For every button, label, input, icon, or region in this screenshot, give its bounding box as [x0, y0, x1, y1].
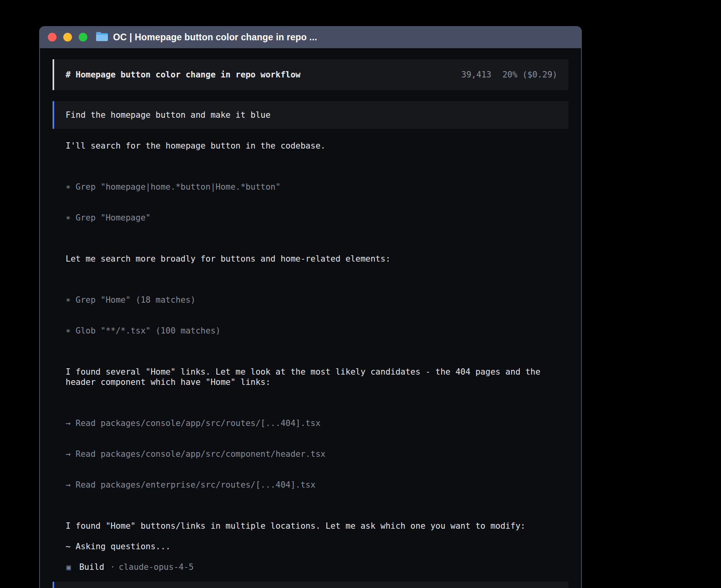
session-header: # Homepage button color change in repo w… [53, 59, 568, 90]
assistant-text: I'll search for the homepage button in t… [66, 141, 568, 151]
agent-icon: ▣ [66, 562, 71, 572]
terminal-content: # Homepage button color change in repo w… [40, 48, 581, 588]
tool-call-read: → Read packages/enterprise/src/routes/[.… [66, 480, 568, 490]
assistant-status-text: ~ Asking questions... [66, 541, 568, 552]
tool-call-group: ∗ Grep "Home" (18 matches) ∗ Glob "**/*.… [66, 274, 568, 356]
agent-name: Build [79, 562, 104, 572]
tool-call-group: ∗ Grep "homepage|home.*button|Home.*butt… [66, 161, 568, 243]
session-stats: 39,413 20% ($0.29) [461, 70, 557, 80]
tool-call-read: → Read packages/console/app/src/routes/[… [66, 418, 568, 428]
window-title: OC | Homepage button color change in rep… [113, 32, 317, 42]
session-title: # Homepage button color change in repo w… [66, 70, 300, 80]
agent-model: claude-opus-4-5 [119, 562, 194, 572]
tool-call-glob: ∗ Glob "**/*.tsx" (100 matches) [66, 326, 568, 336]
terminal-window: OC | Homepage button color change in rep… [39, 26, 582, 588]
tool-call-read: → Read packages/console/app/src/componen… [66, 449, 568, 459]
assistant-text: I found "Home" buttons/links in multiple… [66, 521, 568, 531]
context-usage: 20% ($0.29) [502, 70, 557, 80]
prompt-input[interactable]: Build Claude Opus 4.5 OpenCode Zen [53, 582, 568, 588]
conversation: I'll search for the homepage button in t… [53, 129, 568, 572]
tool-call-group: → Read packages/console/app/src/routes/[… [66, 398, 568, 511]
tool-call-grep: ∗ Grep "Home" (18 matches) [66, 295, 568, 305]
close-button[interactable] [48, 33, 57, 41]
tool-call-grep: ∗ Grep "Homepage" [66, 213, 568, 223]
user-message: Find the homepage button and make it blu… [53, 101, 568, 129]
zoom-button[interactable] [79, 33, 87, 41]
assistant-text: Let me search more broadly for buttons a… [66, 254, 568, 264]
token-count: 39,413 [461, 70, 491, 80]
traffic-lights [48, 33, 87, 41]
folder-icon [96, 32, 108, 42]
tool-call-grep: ∗ Grep "homepage|home.*button|Home.*butt… [66, 182, 568, 192]
minimize-button[interactable] [63, 33, 72, 41]
assistant-text: I found several "Home" links. Let me loo… [66, 367, 568, 387]
badge-separator: · [110, 562, 115, 572]
window-title-group: OC | Homepage button color change in rep… [96, 32, 317, 42]
agent-badge: ▣ Build · claude-opus-4-5 [66, 562, 568, 572]
window-titlebar: OC | Homepage button color change in rep… [40, 26, 581, 48]
